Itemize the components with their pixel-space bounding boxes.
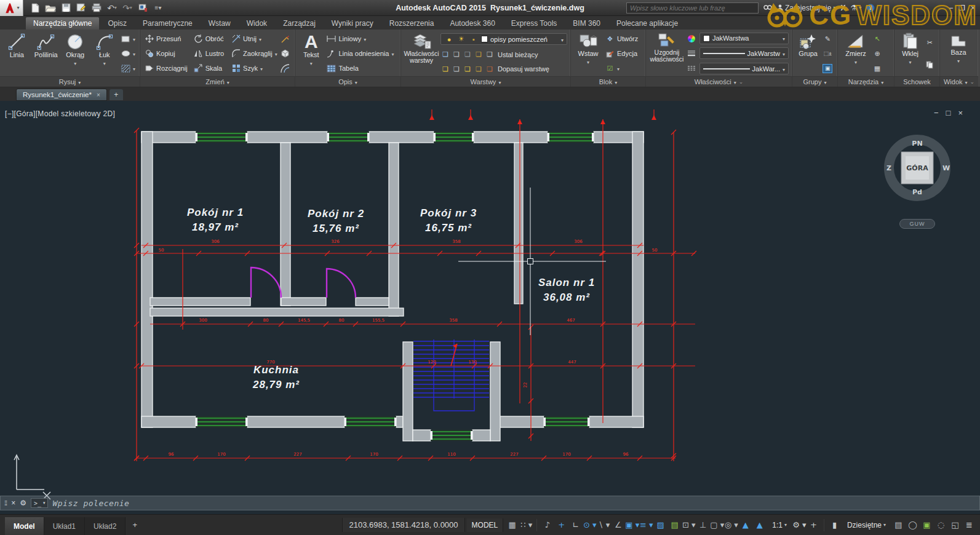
panel-label-grupy[interactable]: Grupy xyxy=(792,76,837,87)
text-button[interactable]: A Tekst xyxy=(298,31,324,76)
layer-off-icon[interactable]: ❏ xyxy=(463,50,472,59)
layer-merge-icon[interactable]: ❏ xyxy=(463,65,472,74)
layout-tab-model[interactable]: Model xyxy=(5,517,44,535)
panel-label-narzedzia[interactable]: Narzędzia xyxy=(838,76,894,87)
undo-button[interactable]: ↶▾ xyxy=(106,2,118,14)
measure-button[interactable]: Zmierz xyxy=(841,31,870,76)
snap-mode-icon[interactable]: ∷ ▾ xyxy=(519,520,533,529)
command-close-icon[interactable]: × xyxy=(11,499,15,507)
plot-button[interactable] xyxy=(91,2,102,14)
ribbon-tab[interactable]: Opisz xyxy=(100,17,134,30)
leader-button[interactable]: Linia odniesienia xyxy=(325,47,397,61)
layer-prev-icon[interactable]: ❏ xyxy=(452,65,461,74)
layout-tab-uklad2[interactable]: Układ2 xyxy=(85,517,125,535)
hatch-button[interactable] xyxy=(120,61,137,76)
circle-button[interactable]: Okrąg xyxy=(62,31,89,76)
polyline-button[interactable]: Polilinia xyxy=(33,31,60,76)
redo-button[interactable]: ↷▾ xyxy=(122,2,133,14)
block-attributes-button[interactable]: ☑ xyxy=(604,61,639,76)
ellipse-button[interactable] xyxy=(120,47,137,61)
line-button[interactable]: Linia xyxy=(3,31,31,76)
dynamic-ucs-icon[interactable]: ⊥ xyxy=(696,520,710,529)
viewcube-west[interactable]: Z xyxy=(886,164,891,172)
document-tab[interactable]: Rysunek1_ćwiczenie* × xyxy=(16,89,107,101)
dynamic-input-icon[interactable]: + xyxy=(554,520,568,529)
group-button[interactable]: Grupa xyxy=(795,31,821,76)
save-button[interactable] xyxy=(60,2,71,14)
set-current-icon[interactable]: ❏ xyxy=(485,50,495,59)
viewcube-south[interactable]: Pd xyxy=(912,188,922,196)
save-as-button[interactable] xyxy=(76,2,87,14)
search-input[interactable] xyxy=(626,2,759,14)
ribbon-tab[interactable]: Polecane aplikacje xyxy=(609,17,685,30)
edit-block-button[interactable]: Edycja xyxy=(604,47,639,61)
transparency-icon[interactable]: ▨ xyxy=(653,520,667,529)
fillet-button[interactable]: Zaokrąglij xyxy=(230,47,279,61)
quick-properties-icon[interactable]: ▤ xyxy=(891,520,906,529)
offset-icon[interactable] xyxy=(281,64,290,73)
create-block-button[interactable]: ❖Utwórz xyxy=(604,32,639,46)
clock-icon[interactable]: ◯ xyxy=(906,520,920,529)
view-cube[interactable]: PN Pd Z W GÓRA xyxy=(880,125,954,212)
ribbon-tab[interactable]: Widok xyxy=(239,17,274,30)
customization-icon[interactable]: ≣ xyxy=(962,520,976,529)
panel-label-schowek[interactable]: Schowek xyxy=(894,76,939,87)
new-layout-button[interactable]: + xyxy=(127,520,142,529)
id-point-icon[interactable]: ⊕ xyxy=(872,49,882,58)
annotation-autoscale-icon[interactable]: ▲ xyxy=(752,520,767,529)
match-layer-button[interactable]: ❏ ❏ ❏ ❏ ❏ Dopasuj warstwę xyxy=(440,65,567,74)
panel-label-blok[interactable]: Blok xyxy=(571,76,645,87)
linear-dimension-button[interactable]: Liniowy xyxy=(325,32,397,46)
command-line-grip[interactable]: ⁞⁞ xyxy=(4,499,7,507)
drawing-canvas[interactable]: 306 326 358 306 50 50 300 80 145,5 80 15… xyxy=(0,101,980,514)
workspace-switching-icon[interactable]: ⚙ ▾ xyxy=(792,520,807,529)
make-current-button[interactable]: ❏ ❏ ❏ ❏ ❏ Ustal bieżący xyxy=(440,50,567,59)
rotate-button[interactable]: Obróć xyxy=(193,32,228,46)
isometric-drafting-icon[interactable]: ∖ ▾ xyxy=(597,520,611,529)
ribbon-tab[interactable]: Wyniki pracy xyxy=(324,17,381,30)
linetype-list-icon[interactable] xyxy=(687,64,696,73)
ribbon-tab[interactable]: Parametryczne xyxy=(135,17,200,30)
command-line[interactable]: ⁞⁞ × ⚙ >_ ▾ Wpisz polecenie xyxy=(0,496,980,510)
ucs-selector-button[interactable]: GUW xyxy=(899,219,935,229)
command-prompt-icon[interactable]: >_ ▾ xyxy=(31,498,49,508)
panel-label-opis[interactable]: Opis xyxy=(295,76,400,87)
selection-filter-icon[interactable]: ▢ ▾ xyxy=(710,520,724,529)
gizmo-icon[interactable]: ◎ ▾ xyxy=(724,520,738,529)
ribbon-tab[interactable]: Zarządzaj xyxy=(276,17,323,30)
search-icon[interactable] xyxy=(763,4,772,12)
paste-button[interactable]: Wklej xyxy=(898,31,923,76)
close-button[interactable]: × xyxy=(971,4,975,12)
rectangle-button[interactable] xyxy=(120,32,137,46)
layer-walk-icon[interactable]: ❏ xyxy=(440,65,450,74)
ortho-mode-icon[interactable]: ∟ xyxy=(568,520,583,529)
quick-select-icon[interactable]: ↖ xyxy=(872,34,882,44)
open-file-button[interactable] xyxy=(45,2,56,14)
panel-label-widok[interactable]: Widok⌄ xyxy=(940,76,978,87)
application-menu-button[interactable]: ▾ xyxy=(0,0,23,16)
mirror-button[interactable]: Lustro xyxy=(193,47,228,61)
restore-button[interactable]: ❒ xyxy=(958,4,965,12)
insert-block-button[interactable]: Wstaw xyxy=(574,31,602,76)
new-file-button[interactable] xyxy=(30,2,41,14)
new-drawing-tab-button[interactable]: + xyxy=(110,89,123,100)
layout-tab-uklad1[interactable]: Układ1 xyxy=(44,517,85,535)
arc-button[interactable]: Łuk xyxy=(91,31,119,76)
move-button[interactable]: Przesuń xyxy=(143,32,191,46)
ribbon-tab[interactable]: Narzędzia główne xyxy=(26,17,99,30)
panel-label-rysuj[interactable]: Rysuj xyxy=(0,76,140,87)
ungroup-icon[interactable]: ⬚± xyxy=(823,49,832,58)
linetype-combo[interactable]: JakWar... xyxy=(699,63,789,74)
qat-customize-button[interactable]: ≡▾ xyxy=(153,2,164,14)
polar-tracking-icon[interactable]: ⊙ ▾ xyxy=(583,520,597,529)
graphics-performance-icon[interactable]: ▣ xyxy=(920,520,934,529)
object-color-combo[interactable]: JakWarstwa xyxy=(699,33,789,44)
erase-icon[interactable] xyxy=(281,34,290,44)
command-customize-icon[interactable]: ⚙ xyxy=(20,499,26,507)
match-properties-button[interactable]: Uzgodnij właściwości xyxy=(649,31,685,76)
group-selection-toggle-icon[interactable]: ▣ xyxy=(823,64,832,73)
stretch-button[interactable]: Rozciągnij xyxy=(143,61,191,76)
annotation-visibility-icon[interactable]: ▲ xyxy=(738,520,752,529)
tab-close-icon[interactable]: × xyxy=(97,92,100,98)
viewcube-north[interactable]: PN xyxy=(912,140,922,148)
